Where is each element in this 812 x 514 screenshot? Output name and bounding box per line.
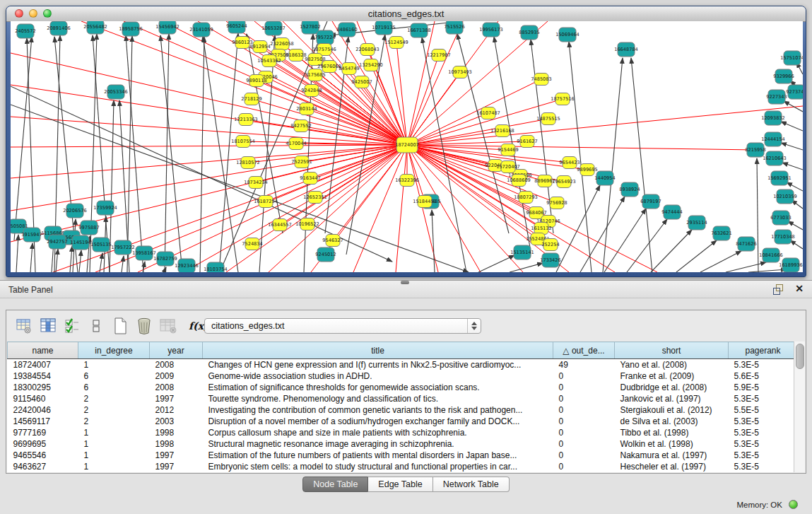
graph-node[interactable]: 17359924 [93, 201, 117, 215]
graph-node[interactable]: 20053346 [104, 85, 128, 99]
column-header-out-de-[interactable]: △ out_de... [553, 342, 615, 359]
graph-node[interactable]: 9329966 [773, 69, 794, 83]
table-row[interactable]: 1938455462009Genome-wide association stu… [8, 370, 795, 382]
graph-node[interactable]: 4170044 [286, 138, 306, 150]
graph-node[interactable]: 9546327 [322, 235, 343, 247]
table-row[interactable]: 1872400712008Changes of HCN gene express… [8, 359, 795, 371]
column-header-pagerank[interactable]: pagerank [729, 342, 795, 359]
network-graph[interactable]: 2405572208914062055648218958756154569422… [11, 21, 803, 272]
graph-node[interactable]: 20206576 [63, 204, 87, 218]
stacked-boxes-icon[interactable] [87, 317, 105, 335]
graph-node[interactable]: 8912954 [249, 41, 270, 53]
graph-node[interactable]: 10719135 [372, 21, 396, 35]
close-panel-icon[interactable]: ✕ [795, 283, 804, 294]
graph-node[interactable]: 9975887 [78, 221, 99, 235]
column-header-in-degree[interactable]: in_degree [78, 342, 150, 359]
graph-node[interactable]: 12093832 [761, 111, 785, 125]
graph-node[interactable]: 8852935 [519, 25, 539, 40]
memory-status-icon[interactable] [789, 500, 798, 509]
column-header-short[interactable]: short [615, 342, 729, 359]
table-row[interactable]: 946362711997Embryonic stem cells: a mode… [8, 461, 795, 472]
graph-node[interactable]: 16189936 [779, 258, 803, 272]
graph-node[interactable]: 7957224 [314, 30, 335, 45]
graph-node[interactable]: 6879197 [640, 194, 661, 209]
graph-node[interactable]: 16782759 [153, 252, 177, 266]
graph-node[interactable]: 7524834 [242, 238, 262, 250]
graph-node[interactable]: 17710348 [771, 230, 795, 244]
network-canvas[interactable]: 2405572208914062055648218958756154569422… [11, 21, 803, 272]
graph-node[interactable]: 9425007 [351, 76, 372, 88]
graph-node[interactable]: 9245012 [315, 247, 336, 262]
graph-node[interactable]: 8215958 [745, 143, 765, 157]
graph-node[interactable]: 10210359 [773, 189, 797, 204]
graph-node[interactable]: 12810572 [236, 157, 260, 169]
table-scrollbar[interactable] [794, 341, 805, 472]
graph-node[interactable]: 3915947 [21, 228, 42, 242]
minimize-window-button[interactable] [29, 9, 37, 18]
graph-node[interactable]: 8471626 [736, 237, 756, 251]
graph-node[interactable]: 12213363 [234, 114, 258, 126]
graph-node[interactable]: 13958167 [132, 246, 156, 260]
graph-node[interactable]: 16671388 [407, 23, 431, 37]
graph-node[interactable]: 10196522 [295, 218, 319, 230]
window-titlebar[interactable]: citations_edges.txt [6, 6, 806, 22]
graph-node[interactable]: 15069464 [555, 28, 579, 42]
tab-node-table[interactable]: Node Table [302, 477, 368, 492]
graph-node[interactable]: 9273743 [786, 85, 803, 99]
graph-node[interactable]: 20891406 [47, 21, 71, 35]
graph-node[interactable]: 9161627 [517, 136, 537, 148]
graph-node[interactable]: 1733426 [540, 253, 560, 267]
column-header-name[interactable]: name [8, 342, 78, 359]
graph-node[interactable]: 16322396 [395, 175, 419, 187]
graph-node[interactable]: 2942757 [47, 235, 67, 249]
graph-node[interactable]: 252254 [541, 239, 559, 251]
graph-node[interactable]: 1505135 [90, 238, 111, 252]
select-columns-icon[interactable] [63, 317, 81, 335]
table-row[interactable]: 1830029562008Estimation of significance … [8, 382, 795, 393]
graph-node[interactable]: 8186328 [286, 49, 306, 62]
scrollbar-thumb[interactable] [796, 344, 804, 369]
graph-node[interactable]: 18757516 [551, 93, 575, 105]
float-panel-icon[interactable] [772, 284, 784, 294]
graph-node[interactable]: 7515526 [444, 21, 464, 34]
table-row[interactable]: 911546021997Tourette syndrome. Phenomeno… [8, 393, 795, 404]
graph-node[interactable]: 16210643 [763, 151, 787, 165]
tab-edge-table[interactable]: Edge Table [368, 477, 433, 492]
graph-node[interactable]: 18734234 [244, 177, 268, 189]
graph-node[interactable]: 9474444 [661, 205, 682, 219]
table-row[interactable]: 1456911722003Disruption of a novel membe… [8, 416, 795, 427]
table-row[interactable]: 969969511998Structural magnetic resonanc… [8, 438, 795, 450]
graph-node[interactable]: 22068043 [355, 44, 379, 56]
new-table-icon[interactable] [111, 317, 129, 335]
table-selector[interactable]: citations_edges.txt [204, 318, 481, 334]
graph-node[interactable]: 15135141 [510, 245, 534, 259]
graph-node[interactable]: 23226058 [270, 38, 294, 50]
graph-node[interactable]: 12217987 [427, 49, 451, 62]
graph-node[interactable]: 7632621 [711, 226, 731, 240]
table-row[interactable]: 977716911998Corpus callosum shape and si… [8, 427, 795, 438]
graph-node[interactable]: 20556482 [83, 21, 107, 34]
table-row[interactable]: 946554611997Estimation of the future num… [8, 450, 795, 461]
graph-node[interactable]: 15751074 [780, 51, 803, 65]
graph-node[interactable]: 2405572 [15, 24, 35, 38]
graph-node[interactable]: 8486160 [336, 23, 357, 37]
table-settings-icon[interactable] [15, 317, 33, 335]
graph-node[interactable]: 12923446 [175, 259, 199, 272]
graph-node[interactable]: 10841666 [759, 248, 783, 262]
graph-node[interactable]: 12444154 [761, 132, 785, 146]
graph-node[interactable]: 8938924 [619, 182, 640, 197]
graph-node[interactable]: 9605244 [226, 21, 247, 33]
table-row[interactable]: 2242004622012Investigating the contribut… [8, 404, 795, 416]
graph-node[interactable]: 9154469 [498, 144, 518, 156]
close-window-button[interactable] [15, 9, 23, 18]
delete-table-icon[interactable] [135, 317, 153, 335]
graph-node[interactable]: 17957222 [111, 240, 135, 255]
graph-node[interactable]: 19956173 [479, 23, 503, 37]
graph-node[interactable]: 2935114 [686, 216, 707, 230]
graph-node[interactable]: 1145194 [70, 235, 90, 250]
combo-stepper-icon[interactable] [467, 319, 481, 333]
graph-node[interactable]: 6773033 [770, 211, 791, 225]
graph-node[interactable]: 1440954 [594, 171, 615, 185]
graph-node[interactable]: 16648784 [614, 42, 638, 57]
column-header-year[interactable]: year [150, 342, 203, 359]
